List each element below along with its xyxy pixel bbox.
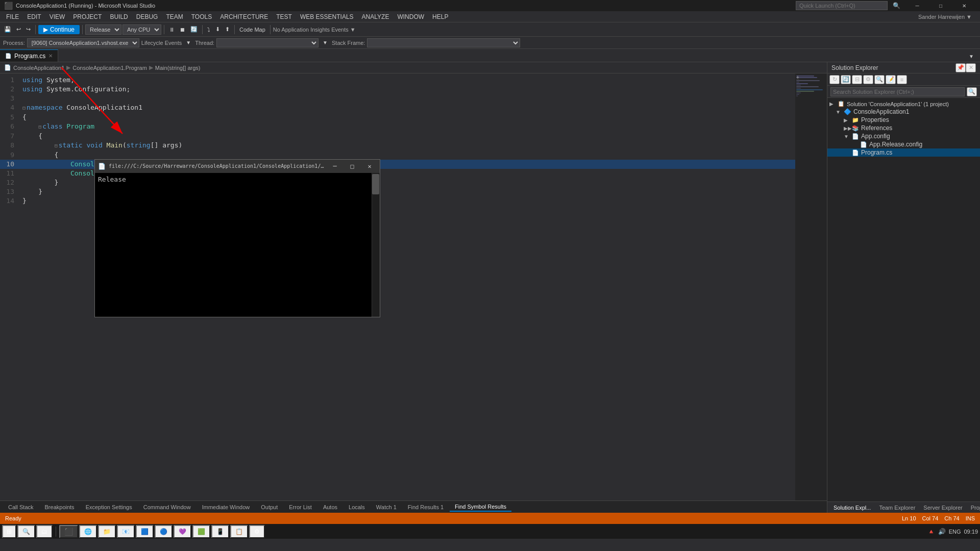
thread-btn[interactable]: ▼ [321, 37, 330, 48]
continue-button[interactable]: ▶ Continue [38, 25, 80, 34]
tab-close-icon[interactable]: ✕ [48, 53, 53, 59]
restart-button[interactable]: 🔄 [188, 24, 200, 35]
bottom-tab-command[interactable]: Command Window [138, 503, 196, 511]
thread-dropdown[interactable] [216, 38, 318, 47]
se-pin-button[interactable]: 📌 [955, 63, 966, 72]
maximize-button[interactable]: □ [929, 0, 952, 11]
tree-apprelease[interactable]: 📄 App.Release.config [827, 140, 980, 148]
menu-help[interactable]: HELP [428, 12, 452, 21]
pause-button[interactable]: ⏸ [167, 24, 177, 35]
se-tab-team[interactable]: Team Explorer [875, 504, 919, 512]
menu-window[interactable]: WINDOW [393, 12, 428, 21]
code-map-button[interactable]: Code Map [237, 24, 267, 35]
app3-taskbar-button[interactable]: 💜 [174, 525, 191, 538]
taskview-button[interactable]: 🗂 [36, 525, 53, 538]
app6-taskbar-button[interactable]: 📋 [230, 525, 248, 538]
menu-debug[interactable]: DEBUG [132, 12, 162, 21]
se-more-button[interactable]: ≡ [897, 75, 907, 84]
console-close-button[interactable]: ✕ [362, 161, 377, 171]
se-tab-solution[interactable]: Solution Expl... [829, 504, 875, 512]
save-button[interactable]: 💾 [2, 24, 13, 35]
stack-frame-dropdown[interactable] [367, 38, 520, 47]
tab-program-cs[interactable]: 📄 Program.cs ✕ [0, 49, 58, 62]
lifecycle-btn[interactable]: ▼ [184, 37, 193, 48]
step-out-button[interactable]: ⬆ [223, 24, 232, 35]
tree-icon-solution: 📋 [838, 101, 845, 107]
vs-taskbar-button[interactable]: ⬛ [59, 525, 78, 538]
path-project: 📄 [4, 64, 11, 71]
bottom-tab-breakpoints[interactable]: Breakpoints [40, 503, 80, 511]
menu-file[interactable]: FILE [2, 12, 23, 21]
se-tab-properties[interactable]: Properties [967, 504, 980, 512]
console-scrollbar[interactable] [372, 173, 380, 317]
se-tab-server[interactable]: Server Explorer [919, 504, 966, 512]
bottom-tab-autos[interactable]: Autos [318, 503, 342, 511]
menu-webessentials[interactable]: WEB ESSENTIALS [296, 12, 358, 21]
bottom-tab-callstack[interactable]: Call Stack [3, 503, 39, 511]
minimize-button[interactable]: ─ [905, 0, 929, 11]
tree-solution[interactable]: ▶ 📋 Solution 'ConsoleApplication1' (1 pr… [827, 100, 980, 108]
tree-programcs[interactable]: 📄 Program.cs [827, 148, 980, 157]
tree-references[interactable]: ▶▶ 📚 References [827, 124, 980, 132]
tree-properties[interactable]: ▶ 📁 Properties [827, 116, 980, 124]
app5-taskbar-button[interactable]: 📱 [211, 525, 229, 538]
menu-analyze[interactable]: ANALYZE [358, 12, 394, 21]
console-minimize-button[interactable]: ─ [328, 161, 342, 171]
menu-view[interactable]: VIEW [45, 12, 69, 21]
se-sync-button[interactable]: ↻ [829, 75, 840, 84]
bottom-tab-error[interactable]: Error List [284, 503, 317, 511]
editor[interactable]: 1 using System; 2 using System.Configura… [0, 73, 795, 500]
code-line-5: 5 { [0, 113, 795, 122]
console-content: Release [95, 173, 380, 317]
tree-project[interactable]: ▼ 🔷 ConsoleApplication1 [827, 108, 980, 116]
app1-taskbar-button[interactable]: 🟦 [136, 525, 154, 538]
app7-taskbar-button[interactable]: ⚙ [249, 525, 265, 538]
menu-tools[interactable]: TOOLS [187, 12, 216, 21]
menu-team[interactable]: TEAM [162, 12, 187, 21]
se-search-button[interactable]: 🔍 [967, 87, 977, 96]
redo-button[interactable]: ↪ [24, 24, 33, 35]
se-pending-button[interactable]: 📝 [886, 75, 896, 84]
stop-button[interactable]: ⏹ [178, 24, 187, 35]
menu-edit[interactable]: EDIT [23, 12, 45, 21]
process-dropdown[interactable]: [9060] ConsoleApplication1.vshost.exe [27, 38, 139, 47]
quick-launch-input[interactable] [796, 1, 888, 10]
ie-taskbar-button[interactable]: 🌐 [79, 525, 97, 538]
bottom-tab-findresults1[interactable]: Find Results 1 [403, 503, 449, 511]
se-search-input[interactable] [830, 87, 965, 96]
se-close-button[interactable]: ✕ [966, 63, 976, 72]
bottom-tab-findsymbol[interactable]: Find Symbol Results [450, 503, 511, 512]
bottom-tab-output[interactable]: Output [256, 503, 283, 511]
undo-button[interactable]: ↩ [14, 24, 23, 35]
se-collapse-button[interactable]: ⊟ [852, 75, 862, 84]
menu-architecture[interactable]: ARCHITECTURE [216, 12, 272, 21]
bottom-tab-exceptions[interactable]: Exception Settings [81, 503, 137, 511]
tree-appconfig[interactable]: ▼ 📄 App.config [827, 132, 980, 140]
step-into-button[interactable]: ⬇ [213, 24, 222, 35]
configuration-dropdown[interactable]: Release [85, 24, 121, 35]
se-refresh-button[interactable]: 🔄 [841, 75, 851, 84]
se-properties-button[interactable]: ⚙ [863, 75, 873, 84]
title-bar: ⬛ ConsoleApplication1 (Running) - Micros… [0, 0, 980, 11]
step-over-button[interactable]: ⤵ [205, 24, 212, 35]
search-taskbar-button[interactable]: 🔍 [17, 525, 35, 538]
menu-test[interactable]: TEST [272, 12, 296, 21]
app2-taskbar-button[interactable]: 🔵 [155, 525, 173, 538]
bottom-tab-locals[interactable]: Locals [344, 503, 370, 511]
explorer-taskbar-button[interactable]: 📁 [98, 525, 116, 538]
start-button[interactable]: ⊞ [2, 525, 16, 538]
platform-dropdown[interactable]: Any CPU [122, 24, 161, 35]
bottom-tab-immediate[interactable]: Immediate Window [197, 503, 255, 511]
tab-list-button[interactable]: ▼ [967, 51, 976, 62]
bottom-tab-watch1[interactable]: Watch 1 [371, 503, 402, 511]
menu-project[interactable]: PROJECT [69, 12, 106, 21]
minimap[interactable]: + [795, 73, 827, 500]
console-scrollbar-thumb [372, 174, 379, 194]
menu-build[interactable]: BUILD [106, 12, 132, 21]
se-filter-button[interactable]: 🔍 [874, 75, 885, 84]
mail-taskbar-button[interactable]: 📧 [117, 525, 135, 538]
app4-taskbar-button[interactable]: 🟩 [192, 525, 210, 538]
minimap-expand-button[interactable]: + [796, 74, 799, 80]
close-button[interactable]: ✕ [952, 0, 976, 11]
console-maximize-button[interactable]: □ [345, 161, 359, 171]
